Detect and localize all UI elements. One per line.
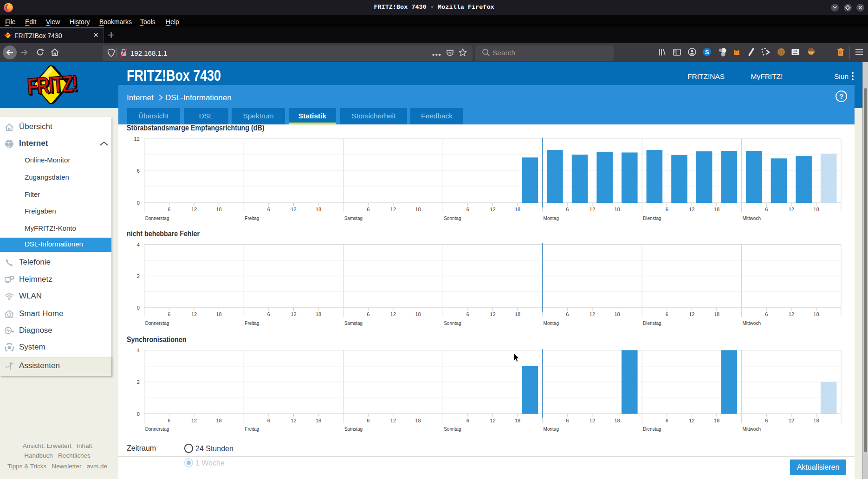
svg-text:CE: CE [793,50,797,52]
svg-text:18: 18 [614,207,620,212]
svg-text:18: 18 [714,418,719,423]
svg-text:18: 18 [813,311,819,317]
svg-text:18: 18 [813,418,819,423]
svg-text:Freitag: Freitag [245,427,259,432]
svg-text:Donnerstag: Donnerstag [145,427,169,432]
svg-text:nicht behebbare Fehler: nicht behebbare Fehler [127,229,200,238]
svg-text:18: 18 [316,418,321,423]
svg-text:12: 12 [789,418,794,423]
svg-text:18: 18 [216,311,221,317]
svg-text:12: 12 [490,207,495,212]
svg-text:Sonntag: Sonntag [444,216,461,221]
svg-text:12: 12 [191,311,197,317]
svg-text:6: 6 [367,207,369,212]
svg-text:Störabstandsmarge Empfangsrich: Störabstandsmarge Empfangsrichtung (dB) [127,124,265,132]
svg-text:12: 12 [689,418,694,423]
svg-text:6: 6 [765,418,768,423]
svg-text:4: 4 [137,348,140,353]
svg-text:18: 18 [714,207,719,212]
svg-text:0: 0 [137,305,140,311]
svg-text:18: 18 [415,311,421,317]
svg-text:0: 0 [137,411,140,417]
svg-text:12: 12 [291,207,296,212]
svg-text:12: 12 [689,311,694,317]
svg-text:0: 0 [137,200,140,206]
svg-text:Samstag: Samstag [344,427,363,432]
svg-text:Samstag: Samstag [344,321,363,326]
svg-text:6: 6 [466,207,469,212]
svg-text:Mittwoch: Mittwoch [743,216,761,221]
svg-text:2: 2 [137,379,140,385]
svg-text:Montag: Montag [544,427,559,432]
svg-text:12: 12 [291,311,296,317]
svg-text:12: 12 [390,311,396,317]
svg-text:6: 6 [566,311,569,317]
svg-text:6: 6 [566,418,569,423]
svg-text:12: 12 [589,311,595,317]
svg-text:Synchronisationen: Synchronisationen [127,335,186,343]
svg-text:FRITZ!: FRITZ! [26,70,78,99]
svg-text:6: 6 [137,168,140,174]
svg-text:12: 12 [134,136,140,142]
svg-text:6: 6 [367,418,369,423]
svg-text:6: 6 [666,418,668,423]
svg-text:6: 6 [765,207,768,212]
svg-text:6: 6 [466,418,469,423]
svg-text:6: 6 [666,207,668,212]
svg-text:12: 12 [689,207,694,212]
svg-text:4: 4 [137,242,140,247]
svg-text:12: 12 [789,207,794,212]
svg-text:18: 18 [216,207,221,212]
svg-text:Mittwoch: Mittwoch [743,427,761,432]
svg-text:12: 12 [589,418,595,423]
svg-text:18: 18 [515,418,520,423]
svg-text:Freitag: Freitag [245,216,259,221]
svg-text:18: 18 [614,311,620,317]
svg-text:2: 2 [137,273,140,279]
svg-text:12: 12 [191,418,197,423]
svg-text:12: 12 [390,207,396,212]
svg-text:Montag: Montag [544,216,559,221]
svg-text:FRITZ!: FRITZ! [4,33,12,37]
svg-text:Sonntag: Sonntag [444,427,461,432]
svg-text:6: 6 [765,311,768,317]
svg-text:18: 18 [415,418,421,423]
svg-text:Freitag: Freitag [245,321,259,326]
svg-text:12: 12 [390,418,396,423]
svg-text:6: 6 [168,207,170,212]
svg-text:6: 6 [168,418,170,423]
svg-text:18: 18 [515,207,520,212]
svg-text:18: 18 [614,418,620,423]
svg-text:18: 18 [714,311,719,317]
svg-text:12: 12 [490,311,495,317]
svg-text:Dienstag: Dienstag [643,321,661,326]
svg-text:12: 12 [789,311,794,317]
svg-text:12: 12 [191,207,197,212]
svg-text:Donnerstag: Donnerstag [145,321,169,326]
svg-text:18: 18 [813,207,819,212]
svg-text:12: 12 [589,207,595,212]
svg-text:Dienstag: Dienstag [643,216,661,221]
svg-text:18: 18 [415,207,421,212]
svg-text:6: 6 [367,311,369,317]
svg-text:Donnerstag: Donnerstag [145,216,169,221]
svg-text:Mittwoch: Mittwoch [743,321,761,326]
svg-text:6: 6 [666,311,668,317]
svg-text:Montag: Montag [544,321,559,326]
svg-text:18: 18 [216,418,221,423]
svg-text:6: 6 [267,418,270,423]
svg-text:6: 6 [466,311,469,317]
svg-text:Sonntag: Sonntag [444,321,461,326]
svg-text:6: 6 [267,207,270,212]
svg-text:Samstag: Samstag [344,216,363,221]
svg-text:12: 12 [291,418,296,423]
svg-text:12: 12 [490,418,495,423]
svg-text:18: 18 [515,311,520,317]
svg-text:Dienstag: Dienstag [643,427,661,432]
svg-text:18: 18 [316,207,321,212]
svg-text:6: 6 [566,207,569,212]
svg-text:S: S [705,49,709,56]
svg-text:6: 6 [267,311,270,317]
svg-text:6: 6 [168,311,170,317]
svg-text:18: 18 [316,311,321,317]
